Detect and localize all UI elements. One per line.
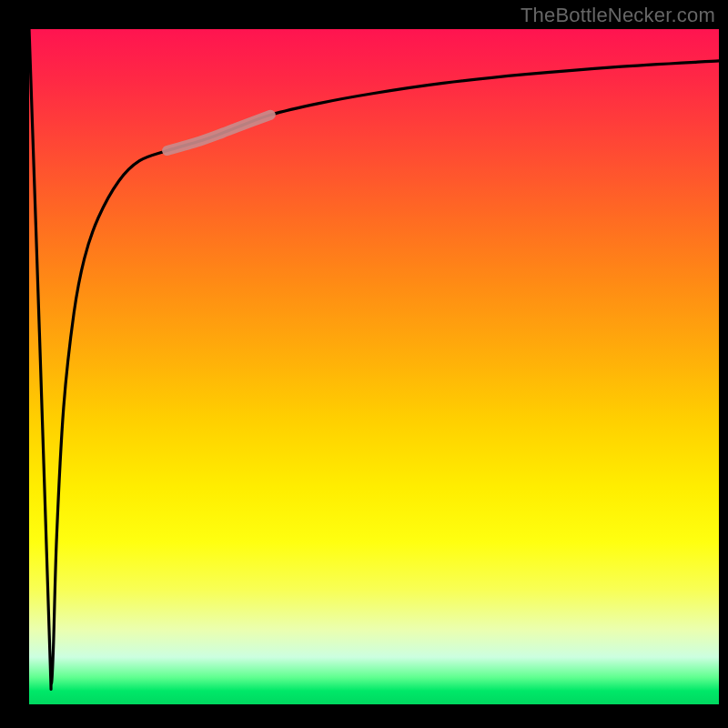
bottleneck-curve-path: [29, 29, 719, 689]
curve-highlight-segment: [167, 115, 271, 150]
frame-border-bottom: [0, 704, 728, 728]
watermark-text: TheBottleNecker.com: [521, 4, 715, 27]
curve-layer: [29, 29, 719, 704]
frame-border-left: [0, 0, 29, 728]
chart-frame: TheBottleNecker.com: [0, 0, 728, 728]
frame-border-right: [719, 0, 728, 728]
